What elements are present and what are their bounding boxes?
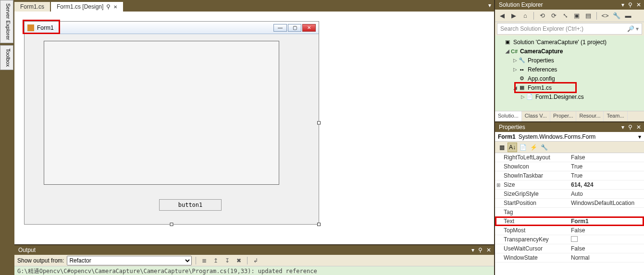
form1cs-node[interactable]: ◢ ▦ Form1.cs [495, 83, 644, 92]
expander-icon[interactable]: ▷ [512, 67, 518, 72]
toolbox-tab[interactable]: Toolbox [0, 45, 13, 70]
close-icon[interactable]: ✕ [636, 124, 641, 131]
property-value[interactable]: Normal [569, 254, 644, 261]
resize-handle-e[interactable] [317, 121, 321, 125]
minimize-button[interactable]: — [273, 24, 287, 32]
expander-icon[interactable]: ◢ [505, 48, 510, 54]
more-icon[interactable]: ▬ [624, 12, 632, 20]
property-row[interactable]: ShowInTaskbarTrue [495, 171, 644, 180]
maximize-button[interactable]: ▢ [288, 24, 301, 32]
button1[interactable]: button1 [159, 199, 222, 211]
panel-title: Properties [499, 124, 525, 131]
expander-icon[interactable]: ▷ [520, 94, 526, 99]
output-text[interactable]: G:\精通Opencv\C#opencv\CameraCapture\Camer… [14, 266, 494, 275]
wrench-icon[interactable]: 🔧 [612, 12, 621, 20]
pin-icon[interactable]: ⚲ [106, 3, 111, 10]
chevron-down-icon[interactable]: ▾ [471, 247, 474, 253]
refresh-icon[interactable]: ⟳ [549, 12, 558, 20]
project-node[interactable]: ◢ C# CameraCapture [495, 47, 644, 56]
chevron-down-icon[interactable]: ▾ [638, 133, 641, 140]
property-value[interactable]: Form1 [569, 218, 644, 225]
property-row[interactable]: Tag [495, 208, 644, 217]
pin-icon[interactable]: ⚲ [628, 1, 632, 8]
tab-form1-cs[interactable]: Form1.cs [14, 2, 50, 12]
home-icon[interactable]: ⌂ [521, 12, 530, 20]
properties-target-select[interactable]: Form1 System.Windows.Forms.Form ▾ [495, 132, 644, 142]
events-icon[interactable]: ⚡ [529, 143, 538, 152]
close-button[interactable]: ✕ [302, 24, 316, 32]
view-code-icon[interactable]: <> [601, 12, 609, 20]
properties-icon[interactable]: ▤ [584, 12, 593, 20]
clear-icon[interactable]: ✖ [235, 256, 243, 265]
picturebox-panel[interactable] [44, 41, 279, 185]
solution-node[interactable]: ▣ Solution 'CameraCapture' (1 project) [495, 37, 644, 47]
categorized-icon[interactable]: ▦ [497, 143, 507, 152]
appconfig-node[interactable]: ⚙ App.config [495, 74, 644, 83]
solution-search-input[interactable]: Search Solution Explorer (Ctrl+;) 🔎 ▾ [497, 23, 642, 35]
property-value[interactable] [569, 236, 644, 243]
forward-icon[interactable]: ▶ [509, 12, 518, 20]
chevron-down-icon[interactable]: ▾ [621, 124, 624, 131]
tab-team[interactable]: Team... [604, 111, 627, 121]
property-row[interactable]: TransparencyKey [495, 235, 644, 244]
property-row[interactable]: TextForm1 [495, 217, 644, 226]
output-source-select[interactable]: Refactor [67, 256, 192, 265]
tabs-overflow-icon[interactable]: ▾ [488, 2, 491, 9]
chevron-down-icon[interactable]: ▾ [621, 1, 624, 8]
property-row[interactable]: WindowStateNormal [495, 253, 644, 263]
property-value[interactable]: WindowsDefaultLocation [569, 200, 644, 206]
alphabetical-icon[interactable]: A↓ [508, 143, 517, 152]
property-row[interactable]: ShowIconTrue [495, 162, 644, 171]
resize-handle-se[interactable] [317, 223, 321, 226]
collapse-icon[interactable]: ⤡ [561, 12, 570, 20]
node-label: Form1.Designer.cs [535, 94, 584, 100]
resize-handle-s[interactable] [170, 223, 173, 226]
close-icon[interactable]: ✕ [636, 1, 641, 8]
pin-icon[interactable]: ⚲ [628, 124, 632, 131]
back-icon[interactable]: ◀ [498, 12, 507, 20]
property-row[interactable]: SizeGripStyleAuto [495, 190, 644, 199]
tab-properties[interactable]: Proper... [550, 111, 577, 121]
tab-resources[interactable]: Resour... [576, 111, 604, 121]
property-value[interactable]: True [569, 163, 644, 170]
property-row[interactable]: StartPositionWindowsDefaultLocation [495, 199, 644, 208]
property-value[interactable]: False [569, 245, 644, 252]
toggle-wrap-icon[interactable]: ↲ [251, 256, 260, 265]
property-value[interactable]: Auto [569, 191, 644, 197]
references-node[interactable]: ▷ ▪▪ References [495, 65, 644, 74]
find-icon[interactable]: ≣ [200, 256, 209, 265]
properties-node[interactable]: ▷ 🔧 Properties [495, 56, 644, 65]
show-all-icon[interactable]: ▣ [572, 12, 581, 20]
property-value[interactable]: False [569, 227, 644, 234]
property-row[interactable]: RightToLeftLayoutFalse [495, 153, 644, 162]
tab-classview[interactable]: Class V... [522, 111, 550, 121]
expander-icon[interactable]: ▷ [512, 58, 518, 63]
show-output-from-label: Show output from: [17, 257, 64, 264]
expander-icon[interactable]: ⊞ [495, 182, 502, 188]
form-canvas[interactable]: Form1 — ▢ ✕ button1 [24, 21, 319, 225]
search-icon[interactable]: 🔎 ▾ [627, 25, 639, 32]
property-value[interactable]: False [569, 154, 644, 161]
property-pages-icon[interactable]: 📄 [518, 143, 528, 152]
sync-icon[interactable]: ⟲ [538, 12, 546, 20]
property-row[interactable]: UseWaitCursorFalse [495, 244, 644, 253]
goto-next-icon[interactable]: ↧ [223, 256, 232, 265]
server-explorer-tab[interactable]: Server Explorer [0, 0, 13, 43]
properties-grid[interactable]: RightToLeftLayoutFalseShowIconTrueShowIn… [495, 153, 644, 275]
property-value[interactable]: True [569, 172, 644, 179]
tab-form1-design[interactable]: Form1.cs [Design] ⚲ ✕ [51, 2, 123, 12]
wrench-icon[interactable]: 🔧 [539, 143, 549, 152]
node-label: Solution 'CameraCapture' (1 project) [513, 39, 607, 46]
designer-surface[interactable]: Form1 — ▢ ✕ button1 [14, 12, 494, 244]
property-row[interactable]: TopMostFalse [495, 226, 644, 235]
goto-prev-icon[interactable]: ↥ [211, 256, 220, 265]
form1designer-node[interactable]: ▷ 📄 Form1.Designer.cs [495, 92, 644, 101]
pin-icon[interactable]: ⚲ [478, 247, 483, 253]
property-row[interactable]: ⊞Size614, 424 [495, 180, 644, 190]
close-icon[interactable]: ✕ [486, 247, 491, 253]
expander-icon[interactable]: ◢ [512, 85, 518, 90]
property-value[interactable]: 614, 424 [569, 181, 644, 188]
tab-solution[interactable]: Solutio... [495, 111, 522, 121]
separator [196, 257, 196, 264]
close-tab-icon[interactable]: ✕ [113, 4, 117, 10]
